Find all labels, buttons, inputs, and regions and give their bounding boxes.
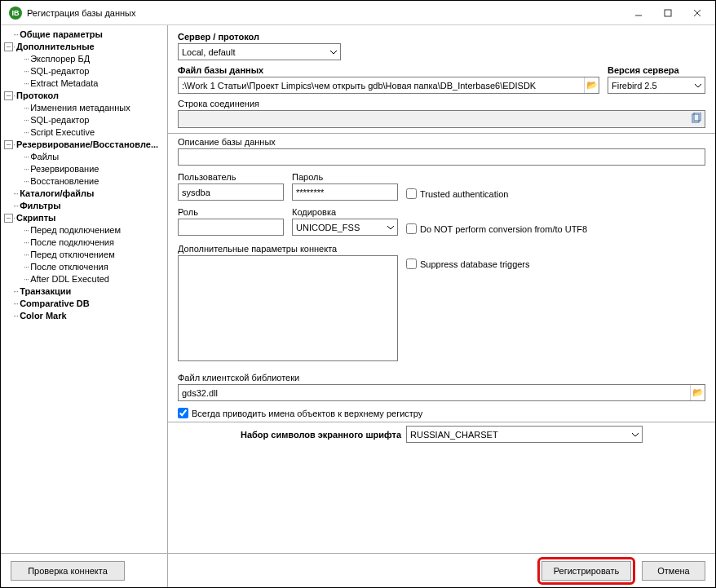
tree-item-backup[interactable]: –·Резервирование/Восстановле... [4, 139, 167, 151]
tree-item[interactable]: ···Изменения метаданных [4, 102, 167, 114]
user-label: Пользователь [178, 172, 284, 182]
maximize-button[interactable] [653, 4, 683, 22]
tree-item-catalogs[interactable]: ···Каталоги/файлы [4, 188, 167, 200]
svg-rect-1 [665, 10, 671, 16]
addparams-label: Дополнительные параметры коннекта [178, 244, 398, 254]
tree-item[interactable]: ···SQL-редактор [4, 114, 167, 126]
minimize-button[interactable] [624, 4, 653, 22]
nav-tree: ···Общие параметры –·Дополнительные ···Э… [1, 25, 168, 587]
tree-item[interactable]: ···Extract Metadata [4, 77, 167, 90]
tree-item-colormark[interactable]: ···Color Mark [4, 310, 167, 322]
encoding-label: Кодировка [292, 207, 398, 217]
connstr-box [178, 110, 705, 128]
noconvert-checkbox[interactable] [406, 223, 417, 234]
server-label: Сервер / протокол [178, 32, 705, 42]
dialog-window: IB Регистрация базы данных ···Общие пара… [0, 0, 716, 588]
charset-select[interactable]: RUSSIAN_CHARSET [406, 426, 643, 443]
tree-item-general[interactable]: ···Общие параметры [4, 29, 167, 41]
tree-item[interactable]: ···После отключения [4, 261, 167, 273]
folder-open-icon[interactable]: 📂 [584, 77, 599, 93]
tree-item[interactable]: ···Эксплорер БД [4, 53, 167, 65]
uppercase-label: Всегда приводить имена объектов к верхне… [192, 409, 422, 418]
window-title: Регистрация базы данных [27, 8, 624, 18]
tree-item[interactable]: ···Перед отключением [4, 249, 167, 261]
cancel-button[interactable]: Отмена [642, 561, 705, 581]
charset-label: Набор символов экранного шрифта [241, 430, 401, 440]
tree-item[interactable]: ···SQL-редактор [4, 65, 167, 77]
tree-item[interactable]: ···After DDL Executed [4, 273, 167, 285]
clientlib-label: Файл клиентской библиотеки [178, 373, 705, 382]
server-select[interactable]: Local, default [178, 43, 341, 60]
tree-item[interactable]: ···После подключения [4, 237, 167, 249]
addparams-textarea[interactable] [178, 255, 398, 361]
uppercase-checkbox[interactable] [178, 408, 188, 418]
noconvert-label: Do NOT perform conversion from/to UTF8 [420, 224, 587, 234]
tree-item-transactions[interactable]: ···Транзакции [4, 285, 167, 298]
role-label: Роль [178, 207, 284, 217]
dbfile-input[interactable] [179, 77, 584, 93]
tree-item[interactable]: ···Восстановление [4, 175, 167, 188]
connstr-label: Строка соединения [178, 99, 705, 108]
clientlib-input-wrap: 📂 [178, 384, 705, 401]
register-button[interactable]: Регистрировать [541, 561, 631, 581]
trusted-label: Trusted authentication [420, 189, 508, 199]
desc-input[interactable] [178, 148, 705, 166]
tree-item[interactable]: ···Резервирование [4, 163, 167, 175]
tree-item-protocol[interactable]: –·Протокол [4, 90, 167, 102]
role-input[interactable] [178, 219, 284, 236]
pass-input[interactable] [292, 183, 398, 201]
test-connection-button[interactable]: Проверка коннекта [11, 561, 125, 581]
tree-item-additional[interactable]: –·Дополнительные [4, 41, 167, 53]
dbfile-input-wrap: 📂 [178, 77, 599, 94]
tree-item[interactable]: ···Перед подключением [4, 224, 167, 237]
dbfile-label: Файл базы данных [178, 65, 599, 75]
copy-icon[interactable] [691, 113, 702, 124]
suppress-label: Suppress database triggers [420, 259, 530, 269]
register-highlight: Регистрировать [537, 557, 635, 585]
tree-item-filters[interactable]: ···Фильтры [4, 200, 167, 212]
suppress-checkbox[interactable] [406, 259, 417, 269]
desc-label: Описание базы данных [178, 137, 705, 147]
user-input[interactable] [178, 183, 284, 201]
tree-item-comparative[interactable]: ···Comparative DB [4, 298, 167, 310]
tree-item[interactable]: ···Файлы [4, 151, 167, 163]
close-button[interactable] [683, 4, 712, 22]
tree-item[interactable]: ···Script Executive [4, 126, 167, 139]
pass-label: Пароль [292, 172, 398, 182]
titlebar: IB Регистрация базы данных [1, 1, 715, 25]
trusted-checkbox[interactable] [406, 188, 417, 199]
encoding-select[interactable]: UNICODE_FSS [292, 219, 398, 236]
version-label: Версия сервера [608, 65, 705, 75]
folder-open-icon[interactable]: 📂 [690, 385, 705, 400]
clientlib-input[interactable] [179, 385, 690, 400]
app-icon: IB [9, 7, 22, 20]
tree-item-scripts[interactable]: –·Скрипты [4, 212, 167, 224]
version-select[interactable]: Firebird 2.5 [608, 77, 705, 94]
button-bar: Проверка коннекта Регистрировать Отмена [1, 553, 715, 587]
